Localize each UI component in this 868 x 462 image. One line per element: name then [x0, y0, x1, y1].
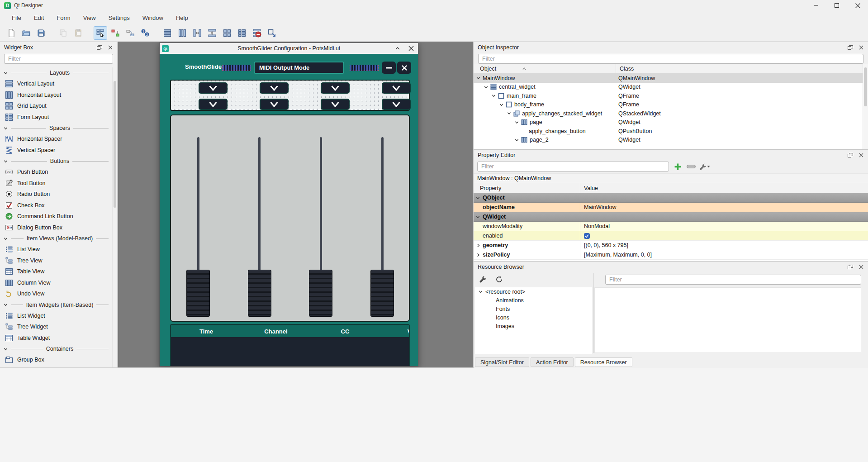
widget-tool-button[interactable]: Tool Button	[0, 178, 112, 189]
layout-horizontally-button[interactable]	[175, 26, 189, 40]
shade-window-button[interactable]	[391, 43, 404, 54]
minimize-button[interactable]	[806, 0, 826, 11]
widget-table-widget[interactable]: Table Widget	[0, 333, 112, 344]
menu-settings[interactable]: Settings	[102, 11, 136, 24]
selected-widget-indicator[interactable]	[350, 65, 379, 71]
resource-root[interactable]: <resource root>	[475, 287, 592, 296]
close-app-button[interactable]	[397, 62, 411, 74]
menu-help[interactable]: Help	[170, 11, 194, 24]
widget-horizontal-layout[interactable]: Horizontal Layout	[0, 90, 112, 101]
slider-handle[interactable]	[186, 270, 210, 317]
minimize-app-button[interactable]	[382, 62, 396, 74]
mode-combo-box[interactable]	[199, 82, 228, 94]
inspector-row-page_2[interactable]: page_2QWidget	[474, 136, 863, 145]
widget-command-link-button[interactable]: Command Link Button	[0, 211, 112, 222]
mode-combo-box[interactable]	[321, 99, 350, 110]
close-panel-button[interactable]	[857, 151, 865, 159]
float-panel-button[interactable]	[95, 43, 103, 51]
copy-button[interactable]	[57, 26, 70, 40]
layout-vertically-button[interactable]	[161, 26, 174, 40]
widget-push-button[interactable]: OKPush Button	[0, 167, 112, 178]
property-row-sizepolicy[interactable]: sizePolicy[Maximum, Maximum, 0, 0]	[474, 250, 868, 260]
float-panel-button[interactable]	[846, 263, 854, 271]
widget-dialog-button-box[interactable]: Dialog Button Box	[0, 222, 112, 233]
slider-handle[interactable]	[248, 270, 271, 317]
close-button[interactable]	[847, 0, 868, 11]
widgetbox-category-spacers[interactable]: Spacers	[0, 123, 112, 133]
inspector-row-main_frame[interactable]: main_frameQFrame	[474, 91, 863, 100]
resource-images[interactable]: Images	[475, 322, 592, 330]
save-form-button[interactable]	[34, 26, 48, 40]
close-form-button[interactable]	[404, 43, 418, 54]
tab-resource-browser[interactable]: Resource Browser	[575, 357, 632, 367]
widget-box-scrollbar[interactable]	[112, 67, 117, 367]
property-editor-filter-input[interactable]	[477, 162, 669, 171]
mode-combo-box[interactable]	[199, 99, 228, 110]
menu-form[interactable]: Form	[50, 11, 76, 24]
edit-buddies-button[interactable]	[123, 26, 137, 40]
edit-signals-slots-button[interactable]	[109, 26, 122, 40]
new-form-button[interactable]	[5, 26, 18, 40]
inspector-row-apply_changes_stacked_widget[interactable]: apply_changes_stacked_widgetQStackedWidg…	[474, 109, 863, 118]
property-row-enabled[interactable]: enabled	[474, 231, 868, 241]
resource-filter-input[interactable]	[605, 275, 861, 285]
midi-output-mode-field[interactable]: MIDI Output Mode	[254, 62, 344, 74]
edit-resources-button[interactable]	[478, 274, 489, 285]
widgetbox-category-item-widgets-item-based[interactable]: Item Widgets (Item-Based)	[0, 300, 112, 310]
mode-combo-box[interactable]	[382, 99, 411, 110]
widgetbox-category-buttons[interactable]: Buttons	[0, 156, 112, 167]
layout-horizontal-splitter-button[interactable]	[190, 26, 204, 40]
close-panel-button[interactable]	[857, 263, 865, 271]
widget-horizontal-spacer[interactable]: Horizontal Spacer	[0, 133, 112, 145]
property-row-windowmodality[interactable]: windowModalityNonModal	[474, 222, 868, 231]
widget-group-box[interactable]: Group Box	[0, 354, 112, 366]
widget-list-widget[interactable]: List Widget	[0, 310, 112, 322]
widget-grid-layout[interactable]: Grid Layout	[0, 100, 112, 112]
property-group-qwidget[interactable]: QWidget	[474, 212, 868, 222]
remove-dynamic-property-button[interactable]	[686, 162, 696, 171]
adjust-size-button[interactable]	[265, 26, 279, 40]
object-inspector-filter-input[interactable]	[478, 54, 863, 64]
menu-view[interactable]: View	[77, 11, 102, 24]
widget-scroll-area[interactable]: Scroll Area	[0, 366, 112, 368]
widget-undo-view[interactable]: Undo View	[0, 288, 112, 300]
inspector-row-body_frame[interactable]: body_frameQFrame	[474, 100, 863, 110]
selected-widget-indicator[interactable]	[222, 65, 251, 71]
widget-vertical-spacer[interactable]: Vertical Spacer	[0, 145, 112, 156]
layout-in-grid-button[interactable]	[220, 26, 234, 40]
configure-property-editor-button[interactable]	[700, 162, 710, 171]
widget-check-box[interactable]: Check Box	[0, 200, 112, 211]
column-header-object[interactable]: Object	[474, 64, 616, 73]
form-window-titlebar[interactable]: Qt SmoothGlider Configuration - PotsMidi…	[160, 43, 418, 54]
inspector-row-central_widget[interactable]: central_widgetQWidget	[474, 83, 863, 92]
layout-in-form-button[interactable]	[235, 26, 249, 40]
float-panel-button[interactable]	[846, 151, 854, 159]
column-header-class[interactable]: Class	[616, 64, 863, 73]
widgetbox-category-containers[interactable]: Containers	[0, 343, 112, 354]
menu-window[interactable]: Window	[136, 11, 170, 24]
slider-handle[interactable]	[370, 270, 394, 317]
menu-file[interactable]: File	[5, 11, 28, 24]
maximize-button[interactable]	[826, 0, 847, 11]
reload-resources-button[interactable]	[493, 274, 504, 285]
close-panel-button[interactable]	[106, 43, 114, 51]
widget-radio-button[interactable]: Radio Button	[0, 189, 112, 200]
widget-tree-widget[interactable]: Tree Widget	[0, 321, 112, 333]
mode-combo-box[interactable]	[260, 99, 289, 110]
widget-vertical-layout[interactable]: Vertical Layout	[0, 78, 112, 90]
widget-tree-view[interactable]: Tree View	[0, 255, 112, 267]
widget-form-layout[interactable]: Form Layout	[0, 112, 112, 123]
mode-combo-box[interactable]	[382, 82, 411, 94]
slider-handle[interactable]	[309, 270, 332, 317]
widget-table-view[interactable]: Table View	[0, 266, 112, 277]
inspector-row-MainWindow[interactable]: MainWindowQMainWindow	[474, 74, 863, 83]
widget-box-filter-input[interactable]	[4, 54, 113, 64]
widgetbox-category-layouts[interactable]: Layouts	[0, 67, 112, 78]
column-header-value[interactable]: Value	[580, 183, 868, 193]
tab-action-editor[interactable]: Action Editor	[531, 357, 574, 367]
close-panel-button[interactable]	[857, 43, 865, 51]
break-layout-button[interactable]	[250, 26, 264, 40]
add-dynamic-property-button[interactable]	[673, 162, 683, 171]
widgetbox-category-item-views-model-based[interactable]: Item Views (Model-Based)	[0, 233, 112, 244]
property-row-geometry[interactable]: geometry[(0, 0), 560 x 795]	[474, 241, 868, 250]
